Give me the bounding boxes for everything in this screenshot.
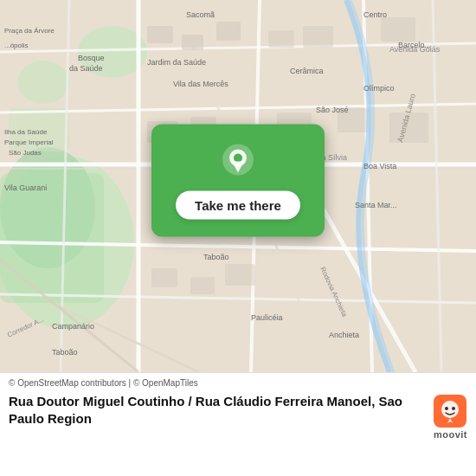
- svg-text:Parque Imperial: Parque Imperial: [4, 138, 54, 146]
- svg-text:Vila Guarani: Vila Guarani: [4, 183, 47, 192]
- svg-text:Ilha da Saúde: Ilha da Saúde: [4, 128, 48, 136]
- svg-text:Santa Mar...: Santa Mar...: [355, 201, 397, 209]
- svg-point-5: [17, 61, 69, 104]
- svg-text:Paulicéia: Paulicéia: [251, 313, 283, 322]
- location-text: Rua Doutor Miguel Coutinho / Rua Cláudio…: [9, 393, 425, 428]
- moovit-label: moovit: [434, 429, 467, 440]
- location-card[interactable]: Take me there: [151, 125, 325, 237]
- take-me-there-button[interactable]: Take me there: [176, 190, 300, 219]
- copyright-text: © OpenStreetMap contributors | © OpenMap…: [9, 378, 467, 388]
- svg-rect-34: [190, 277, 215, 294]
- svg-text:Cerâmica: Cerâmica: [290, 67, 324, 75]
- map-container[interactable]: Avenida Lauro Avenida Goiás Rua Sílvia C…: [0, 0, 476, 372]
- svg-text:da Saúde: da Saúde: [69, 64, 103, 73]
- svg-point-72: [452, 407, 455, 410]
- svg-rect-35: [225, 264, 255, 286]
- svg-text:Jardim da Saúde: Jardim da Saúde: [147, 58, 206, 67]
- svg-text:Taboão: Taboão: [52, 348, 78, 357]
- svg-text:Boa Vista: Boa Vista: [363, 162, 396, 170]
- bottom-bar: © OpenStreetMap contributors | © OpenMap…: [0, 372, 476, 476]
- svg-text:Vila das Mercês: Vila das Mercês: [173, 80, 228, 88]
- svg-text:Centro: Centro: [363, 10, 387, 19]
- svg-rect-27: [381, 17, 415, 42]
- svg-text:Anchieta: Anchieta: [329, 331, 359, 339]
- svg-point-68: [234, 153, 242, 162]
- svg-text:...ópolis: ...ópolis: [4, 42, 29, 49]
- svg-rect-23: [182, 35, 203, 50]
- svg-text:Sacomã: Sacomã: [186, 10, 215, 19]
- moovit-icon: [434, 395, 466, 428]
- svg-point-71: [445, 407, 448, 410]
- svg-text:São Judas: São Judas: [9, 149, 42, 157]
- svg-rect-22: [147, 26, 173, 43]
- location-pin-icon: [218, 142, 258, 182]
- moovit-logo: moovit: [434, 395, 467, 440]
- svg-rect-3: [0, 173, 104, 303]
- svg-rect-33: [151, 268, 177, 287]
- svg-text:Taboão: Taboão: [203, 253, 229, 261]
- svg-text:Praça da Árvore: Praça da Árvore: [4, 27, 55, 35]
- location-name: Rua Doutor Miguel Coutinho / Rua Cláudio…: [9, 393, 425, 428]
- location-info: Rua Doutor Miguel Coutinho / Rua Cláudio…: [9, 393, 467, 440]
- svg-text:Barcelo...: Barcelo...: [398, 41, 431, 49]
- svg-point-70: [441, 401, 459, 418]
- svg-rect-24: [216, 22, 241, 41]
- svg-rect-25: [268, 30, 294, 48]
- svg-rect-26: [303, 26, 333, 48]
- svg-text:Campanário: Campanário: [52, 322, 94, 331]
- svg-text:São José: São José: [316, 106, 349, 114]
- svg-text:Olímpico: Olímpico: [363, 84, 395, 93]
- svg-text:Bosque: Bosque: [78, 54, 105, 62]
